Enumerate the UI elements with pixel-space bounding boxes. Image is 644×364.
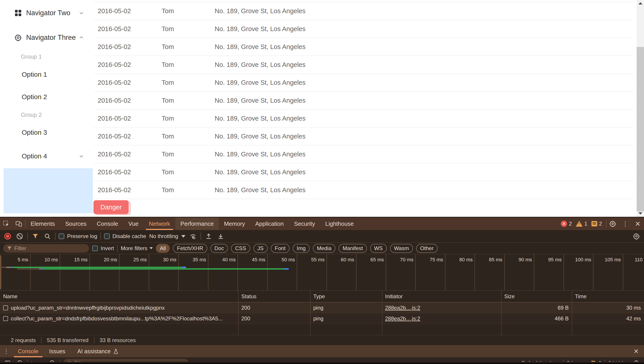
scrollbar-up-arrow[interactable] — [636, 0, 644, 7]
table-row[interactable]: 2016-05-02 Tom No. 189, Grove St, Los An… — [94, 56, 633, 73]
warning-count-badge[interactable]: 1 — [576, 217, 587, 230]
column-header-size[interactable]: Size — [501, 293, 572, 299]
initiator-link[interactable]: 288ea2b....js:2 — [385, 305, 420, 311]
column-divider[interactable] — [382, 291, 382, 335]
issues-text[interactable]: 2 Issues: — [567, 360, 588, 362]
request-type-chip[interactable]: Doc — [210, 244, 228, 253]
table-row[interactable]: 2016-05-02 Tom No. 189, Grove St, Los An… — [94, 127, 633, 145]
error-count-badge[interactable]: ✕ 2 — [561, 217, 572, 230]
request-checkbox[interactable] — [3, 305, 8, 310]
column-header-status[interactable]: Status — [238, 293, 310, 299]
devtools-tab[interactable]: Network — [144, 217, 175, 230]
waterfall-segment[interactable] — [43, 268, 284, 270]
devtools-tab[interactable]: Vue — [123, 217, 144, 230]
clear-console-icon[interactable] — [15, 359, 24, 362]
drawer-tab[interactable]: Issues — [44, 345, 71, 357]
sidebar-item[interactable]: Option 3 — [0, 126, 94, 139]
sidebar-selection-highlight[interactable] — [4, 168, 93, 213]
waterfall-segment[interactable] — [39, 268, 42, 270]
throttling-select[interactable]: No throttling — [149, 233, 185, 239]
search-icon[interactable] — [43, 232, 52, 241]
more-filters-button[interactable]: More filters — [121, 245, 153, 251]
waterfall-segment[interactable] — [6, 267, 11, 268]
table-row[interactable]: 2016-05-02 Tom No. 189, Grove St, Los An… — [94, 163, 633, 181]
more-options-icon[interactable]: ⋮ — [619, 217, 632, 230]
drawer-tab[interactable]: Console — [12, 345, 44, 357]
network-settings-gear-icon[interactable] — [632, 232, 641, 241]
request-type-chip[interactable]: All — [156, 244, 170, 253]
request-row[interactable]: collect?uc_param_str=dndsfrpfbibdosvessb… — [0, 313, 644, 324]
table-row[interactable]: 2016-05-02 Tom No. 189, Grove St, Los An… — [94, 73, 633, 91]
sidebar-item[interactable]: Group 1 — [0, 50, 94, 63]
table-row[interactable]: 2016-05-02 Tom No. 189, Grove St, Los An… — [94, 109, 633, 127]
request-type-chip[interactable]: Fetch/XHR — [173, 244, 207, 253]
devtools-tab[interactable]: Security — [289, 217, 320, 230]
column-divider[interactable] — [310, 291, 310, 335]
column-divider[interactable] — [572, 291, 572, 335]
devtools-tab[interactable]: Application — [250, 217, 289, 230]
request-type-chip[interactable]: Media — [313, 244, 336, 253]
devtools-tab[interactable]: Memory — [219, 217, 250, 230]
table-row[interactable]: 2016-05-02 Tom No. 189, Grove St, Los An… — [94, 20, 633, 38]
sidebar-item[interactable]: Option 2 — [0, 90, 94, 104]
live-expression-eye-icon[interactable] — [48, 359, 56, 362]
request-type-chip[interactable]: JS — [253, 244, 268, 253]
waterfall-segment[interactable] — [11, 267, 12, 268]
execution-context-select[interactable]: top — [31, 360, 44, 362]
initiator-link[interactable]: 288ea2b....js:2 — [385, 315, 420, 321]
checkbox[interactable] — [58, 233, 64, 239]
device-toolbar-icon[interactable] — [12, 217, 25, 230]
log-levels-select[interactable]: Default levels — [522, 360, 560, 362]
waterfall-segment[interactable] — [13, 267, 182, 268]
hidden-messages-text[interactable]: 8 hidden — [608, 360, 629, 362]
issues-count-badge[interactable]: 2 — [592, 217, 602, 230]
preserve-log-checkbox[interactable]: Preserve log — [58, 233, 97, 239]
waterfall-segment[interactable] — [182, 267, 186, 268]
sidebar-item[interactable]: Navigator Three — [0, 31, 94, 44]
devtools-tab[interactable]: Sources — [60, 217, 92, 230]
sidebar-item[interactable]: Navigator Two — [0, 6, 94, 20]
close-devtools-icon[interactable]: ✕ — [632, 217, 644, 230]
request-row[interactable]: upload?uc_param_str=dnntnwvepffrgibijbpr… — [0, 302, 644, 313]
table-row[interactable]: 2016-05-02 Tom No. 189, Grove St, Los An… — [94, 38, 633, 56]
page-scrollbar[interactable] — [636, 0, 644, 217]
request-type-chip[interactable]: CSS — [231, 244, 250, 253]
table-row[interactable]: 2016-05-02 Tom No. 189, Grove St, Los An… — [94, 91, 633, 109]
export-har-icon[interactable] — [216, 232, 225, 241]
danger-button[interactable]: Danger — [94, 200, 128, 214]
waterfall-segment[interactable] — [17, 268, 39, 270]
column-header-time[interactable]: Time — [572, 293, 644, 299]
devtools-tab[interactable]: Console — [92, 217, 123, 230]
invert-checkbox[interactable]: Invert — [92, 245, 114, 251]
network-filter-input[interactable]: Filter — [3, 244, 89, 253]
sidebar-item[interactable]: Option 4 — [0, 149, 94, 163]
request-type-chip[interactable]: Other — [416, 244, 438, 253]
sidebar-item[interactable]: Option 1 — [0, 68, 94, 81]
request-type-chip[interactable]: WS — [370, 244, 387, 253]
record-network-log-icon[interactable] — [3, 232, 12, 241]
devtools-tab[interactable]: Lighthouse — [320, 217, 359, 230]
clear-network-log-icon[interactable] — [15, 232, 24, 241]
checkbox[interactable] — [104, 233, 110, 239]
column-divider[interactable] — [238, 291, 238, 335]
column-header-name[interactable]: Name — [0, 293, 238, 299]
ai-assistance-tab[interactable]: AI assistance — [77, 348, 119, 354]
scrollbar-down-arrow[interactable] — [636, 210, 644, 217]
inspect-element-icon[interactable] — [0, 217, 12, 230]
table-row[interactable]: 2016-05-02 Tom No. 189, Grove St, Los An… — [94, 2, 633, 20]
settings-gear-icon[interactable] — [606, 217, 619, 230]
request-type-chip[interactable]: Wasm — [390, 244, 413, 253]
request-type-chip[interactable]: Img — [293, 244, 310, 253]
sidebar-item[interactable]: Group 2 — [0, 108, 94, 122]
devtools-tab[interactable]: Elements — [26, 217, 60, 230]
disable-cache-checkbox[interactable]: Disable cache — [104, 233, 146, 239]
drawer-menu-icon[interactable]: ⋮ — [0, 348, 12, 355]
column-header-type[interactable]: Type — [310, 293, 382, 299]
waterfall-segment[interactable] — [284, 268, 289, 270]
console-settings-gear-icon[interactable] — [632, 359, 641, 362]
request-type-chip[interactable]: Manifest — [338, 244, 367, 253]
import-har-icon[interactable] — [204, 232, 213, 241]
console-filter-input[interactable]: Filter — [63, 359, 188, 362]
table-row[interactable]: 2016-05-02 Tom No. 189, Grove St, Los An… — [94, 181, 633, 199]
request-checkbox[interactable] — [3, 316, 8, 321]
